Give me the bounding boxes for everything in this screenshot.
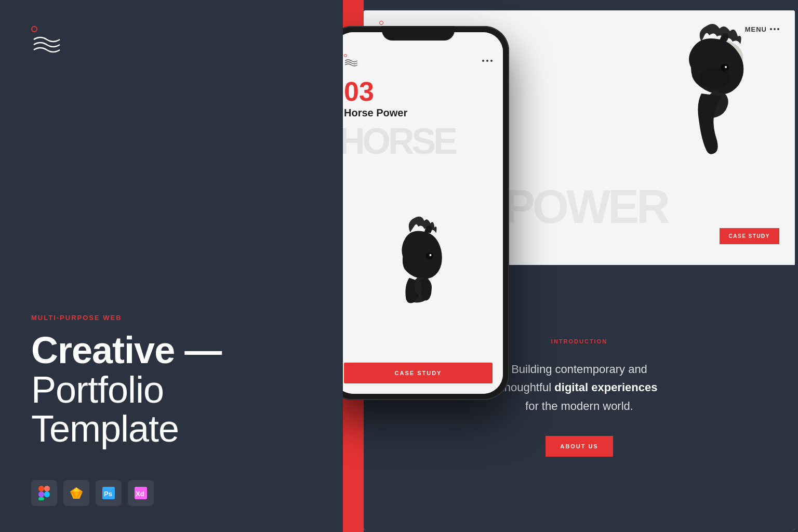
main-heading: Creative — Portfolio Template [31, 331, 312, 449]
intro-text: Building contemporary and thoughtful dig… [501, 360, 658, 415]
svg-rect-0 [38, 486, 44, 491]
svg-text:Xd: Xd [136, 490, 144, 498]
photoshop-icon: Ps [96, 480, 122, 506]
svg-text:Ps: Ps [104, 490, 112, 498]
svg-rect-2 [38, 491, 44, 497]
heading-template: Template [31, 408, 179, 449]
svg-point-21 [430, 254, 432, 256]
svg-rect-3 [38, 497, 44, 500]
phone-horse-sculpture [343, 159, 503, 357]
phone-dots-menu [482, 60, 493, 62]
right-panel: MENU 03 e Power DRSE POWER [343, 0, 798, 532]
case-study-button-desktop[interactable]: CASE STUDY [720, 228, 779, 244]
intro-label: INTRODUCTION [551, 338, 607, 344]
logo-waves [31, 34, 68, 57]
phone-nav-logo [344, 54, 361, 68]
left-panel: MULTI-PURPOSE WEB Creative — Portfolio T… [0, 0, 343, 532]
phone-screen: 03 Horse Power HORSE [343, 32, 503, 394]
logo-dot [31, 26, 37, 32]
main-text-block: MULTI-PURPOSE WEB Creative — Portfolio T… [31, 314, 312, 449]
phone-screen-area: 03 Horse Power HORSE [343, 32, 503, 394]
svg-rect-1 [44, 486, 50, 491]
about-us-button[interactable]: ABOUT US [546, 436, 613, 457]
phone-watermark: HORSE [343, 123, 503, 159]
phone-outer-frame: 03 Horse Power HORSE [343, 26, 509, 400]
phone-mockup: 03 Horse Power HORSE [343, 26, 509, 400]
svg-point-20 [426, 252, 433, 259]
sketch-icon [63, 480, 89, 506]
case-study-button-phone[interactable]: CASE STUDY [344, 363, 493, 383]
heading-creative: Creative — [31, 329, 221, 371]
phone-title: Horse Power [343, 105, 503, 123]
figma-icon [31, 480, 57, 506]
subtitle-label: MULTI-PURPOSE WEB [31, 314, 312, 322]
svg-point-18 [699, 68, 730, 88]
horse-top-sculpture [634, 16, 779, 171]
tool-icons: Ps Xd [31, 480, 312, 506]
xd-icon: Xd [128, 480, 154, 506]
phone-notch [382, 26, 455, 41]
logo [31, 26, 312, 57]
intro-bold: digital experiences [554, 381, 657, 394]
phone-number: 03 [343, 73, 503, 105]
heading-portfolio: Portfolio [31, 369, 164, 410]
svg-point-4 [44, 491, 50, 497]
svg-point-17 [725, 66, 727, 68]
